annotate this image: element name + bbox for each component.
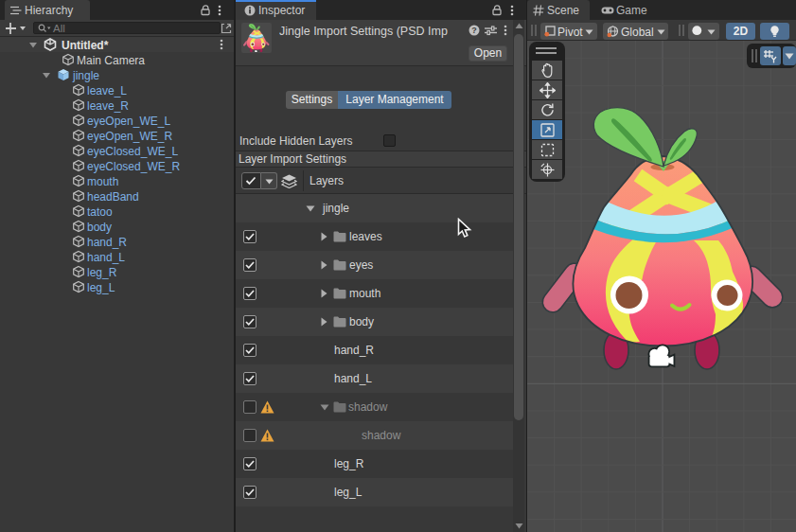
svg-text:?: ? [471, 26, 477, 35]
